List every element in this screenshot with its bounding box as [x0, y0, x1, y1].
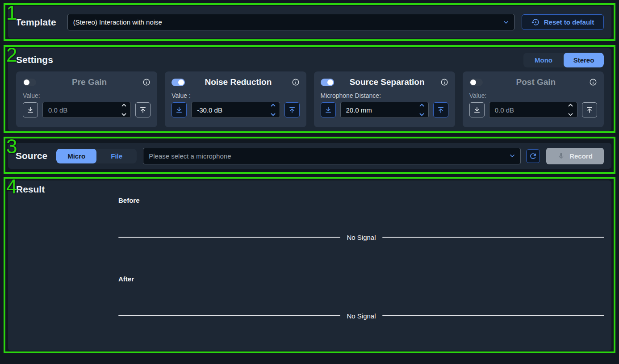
microphone-icon — [557, 152, 565, 160]
card-source-separation: Source Separation Microphone Distance: — [314, 71, 455, 127]
noise-reduction-value-label: Value : — [171, 92, 299, 99]
reset-to-default-button[interactable]: Reset to default — [522, 14, 604, 30]
refresh-icon — [529, 152, 537, 160]
record-button[interactable]: Record — [546, 148, 604, 164]
template-select-value: (Stereo) Interaction with noise — [73, 18, 162, 26]
channel-segmented-control: Mono Stereo — [523, 53, 604, 67]
pre-gain-value-input[interactable] — [42, 102, 131, 118]
noise-reduction-value-input[interactable] — [191, 102, 280, 118]
spinner-down-icon[interactable] — [121, 113, 127, 117]
upload-icon — [437, 106, 445, 114]
source-separation-title: Source Separation — [334, 77, 440, 87]
settings-cards-row: Pre Gain Value: — [16, 71, 604, 127]
template-title: Template — [16, 17, 56, 28]
microphone-distance-input[interactable] — [340, 102, 429, 118]
stereo-tab[interactable]: Stereo — [564, 53, 604, 67]
noise-reduction-title: Noise Reduction — [185, 77, 291, 87]
microphone-distance-input-wrap — [340, 102, 429, 118]
noise-reduction-toggle[interactable] — [171, 79, 185, 86]
reset-icon — [531, 18, 540, 26]
settings-title: Settings — [16, 54, 53, 65]
source-panel: Source Micro File Please select a microp… — [8, 143, 611, 169]
info-icon[interactable] — [440, 78, 448, 86]
download-icon — [26, 106, 34, 114]
import-value-button[interactable] — [321, 102, 336, 117]
pre-gain-input-wrap — [42, 102, 131, 118]
export-value-button[interactable] — [284, 102, 300, 117]
upload-icon — [139, 106, 147, 114]
pre-gain-toggle[interactable] — [23, 79, 36, 86]
reset-button-label: Reset to default — [544, 18, 594, 26]
spinner-buttons — [270, 103, 276, 117]
spinner-down-icon[interactable] — [568, 113, 573, 117]
chevron-down-icon — [502, 19, 510, 27]
spinner-up-icon[interactable] — [419, 103, 425, 107]
after-track-label: After — [118, 275, 134, 283]
download-icon — [473, 106, 481, 114]
chevron-down-icon — [509, 152, 516, 161]
pre-gain-value-label: Value: — [23, 92, 151, 99]
microphone-distance-label: Microphone Distance: — [321, 92, 448, 99]
import-value-button[interactable] — [171, 102, 187, 117]
no-signal-text: No Signal — [347, 234, 376, 241]
spinner-up-icon[interactable] — [270, 103, 276, 107]
card-post-gain: Post Gain Value: — [463, 71, 604, 127]
template-panel: Template (Stereo) Interaction with noise… — [8, 6, 611, 38]
after-waveform: No Signal — [118, 311, 604, 320]
card-pre-gain: Pre Gain Value: — [16, 71, 157, 127]
info-icon[interactable] — [142, 78, 151, 86]
post-gain-toggle[interactable] — [469, 79, 483, 86]
microphone-select[interactable]: Please select a microphone — [143, 148, 521, 164]
noise-reduction-input-wrap — [191, 102, 280, 118]
result-title: Result — [16, 184, 45, 195]
settings-panel: Settings Mono Stereo Pre Gain Value: — [8, 48, 611, 131]
waveform-baseline — [118, 315, 340, 317]
download-icon — [324, 106, 332, 114]
download-icon — [175, 106, 183, 114]
spinner-buttons — [419, 103, 425, 117]
source-separation-toggle[interactable] — [321, 79, 334, 86]
info-icon[interactable] — [589, 78, 597, 86]
import-value-button[interactable] — [23, 102, 38, 117]
micro-tab[interactable]: Micro — [56, 149, 96, 163]
source-title: Source — [16, 151, 47, 161]
spinner-down-icon[interactable] — [419, 113, 425, 117]
export-value-button[interactable] — [582, 102, 597, 117]
card-noise-reduction: Noise Reduction Value : — [165, 71, 306, 127]
microphone-select-placeholder: Please select a microphone — [149, 152, 231, 160]
spinner-down-icon[interactable] — [270, 113, 276, 117]
waveform-baseline — [382, 315, 604, 317]
waveform-baseline — [118, 237, 340, 238]
export-value-button[interactable] — [433, 102, 448, 117]
before-track-label: Before — [118, 197, 140, 204]
spinner-buttons — [121, 103, 127, 117]
result-panel: Result --:-- / --:-- Before After Before… — [8, 180, 611, 351]
spinner-up-icon[interactable] — [568, 103, 573, 107]
record-button-label: Record — [569, 152, 593, 160]
post-gain-value-label: Value: — [469, 92, 597, 99]
upload-icon — [288, 106, 296, 114]
mono-tab[interactable]: Mono — [523, 53, 564, 67]
post-gain-title: Post Gain — [483, 77, 589, 87]
file-tab[interactable]: File — [96, 149, 137, 163]
info-icon[interactable] — [292, 78, 300, 86]
post-gain-value-input[interactable] — [489, 102, 577, 118]
import-value-button[interactable] — [469, 102, 485, 117]
waveform-baseline — [382, 237, 604, 238]
no-signal-text: No Signal — [347, 312, 376, 320]
export-value-button[interactable] — [135, 102, 151, 117]
before-waveform: No Signal — [118, 233, 604, 242]
post-gain-input-wrap — [489, 102, 577, 118]
upload-icon — [586, 106, 594, 114]
source-type-segmented-control: Micro File — [56, 149, 137, 163]
pre-gain-title: Pre Gain — [36, 77, 142, 87]
template-select[interactable]: (Stereo) Interaction with noise — [67, 14, 514, 30]
spinner-up-icon[interactable] — [121, 103, 127, 107]
refresh-devices-button[interactable] — [526, 149, 540, 163]
spinner-buttons — [568, 103, 573, 117]
